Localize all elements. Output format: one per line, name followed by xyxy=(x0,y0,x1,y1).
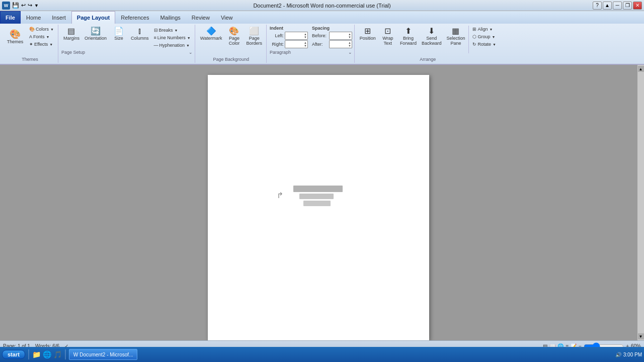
qat-dropdown[interactable]: ▼ xyxy=(34,3,39,8)
align-button[interactable]: ⊞ Align ▼ xyxy=(470,26,498,33)
tab-view[interactable]: View xyxy=(215,11,238,24)
word-icon: W xyxy=(2,2,10,10)
ribbon-tabs: File Home Insert Page Layout References … xyxy=(0,11,644,24)
tray-icons: 🔊 xyxy=(615,352,621,357)
page-container[interactable]: ↱ xyxy=(0,65,637,340)
ribbon-content: 🎨 Themes 🎨 Colors ▼ A Fonts ▼ xyxy=(0,24,644,64)
group-button[interactable]: ⬡ Group ▼ xyxy=(470,33,498,40)
indent-right-down[interactable]: ▼ xyxy=(303,44,307,47)
indent-right-input[interactable]: 0" xyxy=(285,41,303,48)
start-button[interactable]: start xyxy=(2,350,25,359)
taskbar-icon-media[interactable]: 🎵 xyxy=(53,350,62,358)
tab-insert[interactable]: Insert xyxy=(46,11,71,24)
bring-forward-button[interactable]: ⬆ BringForward xyxy=(398,26,419,47)
page-borders-button[interactable]: ⬜ PageBorders xyxy=(244,26,264,47)
document-area: ↱ ▲ ▼ xyxy=(0,65,644,340)
fonts-button[interactable]: A Fonts ▼ xyxy=(27,33,56,40)
indent-left-label: Left: xyxy=(270,33,284,38)
qat-save[interactable]: 💾 xyxy=(12,2,19,9)
arrange-group-label: Arrange xyxy=(420,56,436,62)
taskbar-tray: 🔊 3:00 PM xyxy=(615,352,642,357)
page-setup-label: Page Setup xyxy=(61,49,85,55)
tab-home[interactable]: Home xyxy=(21,11,46,24)
indent-right-spinbox[interactable]: 0" ▲ ▼ xyxy=(285,40,308,48)
themes-group-label: Themes xyxy=(22,56,38,62)
spacing-before-label: Before: xyxy=(312,33,328,38)
paragraph-expander[interactable]: ⌄ xyxy=(348,50,352,55)
window-controls[interactable]: ? ▲ ─ ❐ ✕ xyxy=(593,2,642,10)
indent-right-label: Right: xyxy=(270,42,284,47)
titlebar: W 💾 ↩ ↪ ▼ Document2 - Microsoft Word non… xyxy=(0,0,644,11)
send-backward-button[interactable]: ⬇ SendBackward xyxy=(420,26,444,47)
effects-button[interactable]: ✦ Effects ▼ xyxy=(27,41,56,48)
clock: 3:00 PM xyxy=(623,352,642,357)
page-content xyxy=(293,186,343,206)
group-page-background: 🔷 Watermark 🎨 PageColor ⬜ PageBorders Pa… xyxy=(196,25,267,63)
qat-redo[interactable]: ↪ xyxy=(28,2,32,9)
tab-review[interactable]: Review xyxy=(186,11,215,24)
size-button[interactable]: 📄 Size xyxy=(110,26,128,42)
scrollbar-vertical[interactable]: ▲ ▼ xyxy=(637,65,644,340)
selection-pane-button[interactable]: ▦ SelectionPane xyxy=(444,26,467,47)
page-color-button[interactable]: 🎨 PageColor xyxy=(225,26,243,47)
colors-button[interactable]: 🎨 Colors ▼ xyxy=(27,26,56,33)
spacing-after-spinbox[interactable]: 0 pt ▲ ▼ xyxy=(329,40,352,48)
minimize-btn[interactable]: ─ xyxy=(613,2,622,10)
page-line-3 xyxy=(303,201,331,206)
indent-left-down[interactable]: ▼ xyxy=(303,36,307,39)
page-background-label: Page Background xyxy=(213,56,250,62)
page-setup-expander[interactable]: ⌄ xyxy=(189,50,193,55)
wrap-text-button[interactable]: ⊡ WrapText xyxy=(379,26,397,47)
paragraph-group-label: Paragraph xyxy=(270,49,291,55)
tab-pagelayout[interactable]: Page Layout xyxy=(71,11,115,24)
spacing-after-label: After: xyxy=(312,42,328,47)
spacing-after-input[interactable]: 0 pt xyxy=(330,41,348,48)
ribbon: File Home Insert Page Layout References … xyxy=(0,11,644,65)
help-btn[interactable]: ? xyxy=(593,2,602,10)
spacing-label: Spacing xyxy=(312,26,352,31)
page-line-2 xyxy=(299,194,334,199)
tab-file[interactable]: File xyxy=(0,11,21,24)
line-numbers-button[interactable]: ≡ Line Numbers ▼ xyxy=(152,34,193,41)
indent-left-spinbox[interactable]: 0" ▲ ▼ xyxy=(285,32,308,40)
watermark-button[interactable]: 🔷 Watermark xyxy=(198,26,224,42)
orientation-button[interactable]: 🔄 Orientation xyxy=(83,26,109,42)
columns-button[interactable]: ⫿ Columns xyxy=(129,26,151,42)
window-title: Document2 - Microsoft Word non-commercia… xyxy=(253,3,390,9)
close-btn[interactable]: ✕ xyxy=(633,2,642,10)
title-left: W 💾 ↩ ↪ ▼ xyxy=(2,2,39,10)
spacing-before-down[interactable]: ▼ xyxy=(348,36,352,39)
taskbar: start 📁 🌐 🎵 W Document2 - Microsof... 🔊 … xyxy=(0,347,644,362)
rotate-button[interactable]: ↻ Rotate ▼ xyxy=(470,41,498,48)
hyphenation-button[interactable]: — Hyphenation ▼ xyxy=(152,42,193,49)
tab-mailings[interactable]: Mailings xyxy=(154,11,186,24)
taskbar-icon-explorer[interactable]: 📁 xyxy=(32,350,41,358)
spacing-after-down[interactable]: ▼ xyxy=(348,44,352,47)
taskbar-icon-ie[interactable]: 🌐 xyxy=(43,350,51,358)
document-page[interactable]: ↱ xyxy=(208,75,429,340)
spacing-before-input[interactable]: 0 pt xyxy=(330,32,348,39)
restore-btn[interactable]: ❐ xyxy=(623,2,632,10)
taskbar-word-item[interactable]: W Document2 - Microsof... xyxy=(69,349,138,360)
group-themes: 🎨 Themes 🎨 Colors ▼ A Fonts ▼ xyxy=(2,25,58,63)
tab-references[interactable]: References xyxy=(115,11,154,24)
breaks-button[interactable]: ⊟ Breaks ▼ xyxy=(152,27,193,34)
ribbon-toggle[interactable]: ▲ xyxy=(603,2,612,10)
qat-undo[interactable]: ↩ xyxy=(21,2,26,9)
position-button[interactable]: ⊞ Position xyxy=(358,26,378,42)
themes-button[interactable]: 🎨 Themes xyxy=(4,28,26,46)
margins-button[interactable]: ▤ Margins xyxy=(61,26,82,42)
scroll-up[interactable]: ▲ xyxy=(638,66,644,72)
cursor: ↱ xyxy=(277,191,283,200)
indent-label: Indent xyxy=(270,26,308,31)
spacing-before-spinbox[interactable]: 0 pt ▲ ▼ xyxy=(329,32,352,40)
group-page-setup: ▤ Margins 🔄 Orientation 📄 Size ⫿ Columns xyxy=(59,25,195,63)
page-line-1 xyxy=(293,186,343,192)
group-paragraph: Indent Left: 0" ▲ ▼ xyxy=(268,25,355,63)
indent-left-input[interactable]: 0" xyxy=(285,32,303,39)
group-arrange: ⊞ Position ⊡ WrapText ⬆ BringForward ⬇ S… xyxy=(356,25,500,63)
scroll-down[interactable]: ▼ xyxy=(638,333,644,339)
